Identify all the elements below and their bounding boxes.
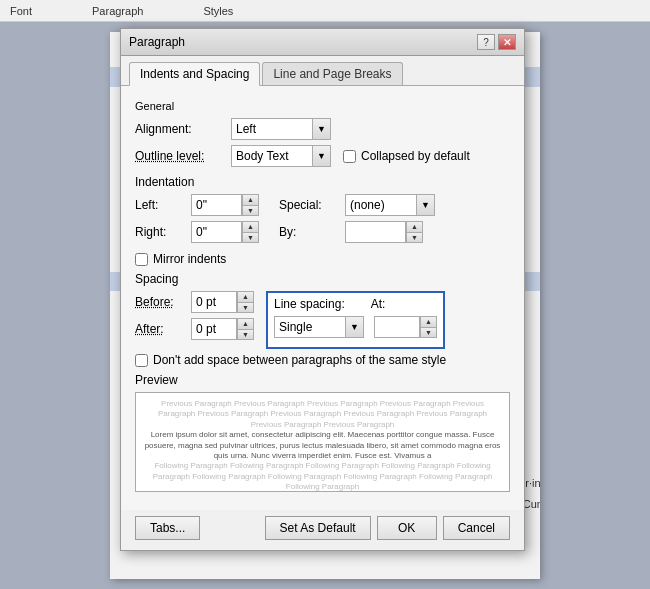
alignment-row: Alignment: ▼ xyxy=(135,118,510,140)
line-spacing-dropdown-btn[interactable]: ▼ xyxy=(345,317,363,337)
special-input[interactable] xyxy=(346,196,416,214)
set-as-default-button[interactable]: Set As Default xyxy=(265,516,371,540)
special-label: Special: xyxy=(279,198,339,212)
before-label: Before: xyxy=(135,295,185,309)
indentation-label: Indentation xyxy=(135,175,510,189)
right-input[interactable] xyxy=(191,221,241,243)
at-input[interactable] xyxy=(374,316,419,338)
right-input-group: ▲ ▼ xyxy=(191,221,259,243)
at-spinner-up[interactable]: ▲ xyxy=(420,317,436,328)
right-spinner[interactable]: ▲ ▼ xyxy=(241,221,259,243)
at-label: At: xyxy=(371,297,386,311)
styles-label: Styles xyxy=(203,5,233,17)
outline-dropdown-btn[interactable]: ▼ xyxy=(312,146,330,166)
tab-line-page-breaks[interactable]: Line and Page Breaks xyxy=(262,62,402,85)
at-input-group: ▲ ▼ xyxy=(374,316,437,338)
line-spacing-input-row: ▼ ▲ ▼ xyxy=(274,316,437,338)
after-label: After: xyxy=(135,322,185,336)
left-input[interactable] xyxy=(191,194,241,216)
after-row: After: ▲ ▼ xyxy=(135,318,254,340)
preview-box: Previous Paragraph Previous Paragraph Pr… xyxy=(135,392,510,492)
general-section-label: General xyxy=(135,100,510,112)
tab-indents-spacing[interactable]: Indents and Spacing xyxy=(129,62,260,86)
special-row: Special: ▼ xyxy=(279,194,435,216)
collapsed-checkbox-row: Collapsed by default xyxy=(343,149,470,163)
mirror-label: Mirror indents xyxy=(153,252,226,266)
ok-button[interactable]: OK xyxy=(377,516,437,540)
right-spinner-up[interactable]: ▲ xyxy=(242,222,258,233)
after-input[interactable] xyxy=(191,318,236,340)
by-input[interactable] xyxy=(345,221,405,243)
outline-input[interactable] xyxy=(232,147,312,165)
indentation-left-right: Left: ▲ ▼ Right: ▲ xyxy=(135,194,259,248)
spacing-outer: Before: ▲ ▼ After: ▲ xyxy=(135,291,510,349)
spacing-section-label: Spacing xyxy=(135,272,510,286)
at-spinner-down[interactable]: ▼ xyxy=(420,328,436,338)
collapsed-checkbox[interactable] xyxy=(343,150,356,163)
outline-label: Outline level: xyxy=(135,149,225,163)
by-spinner[interactable]: ▲ ▼ xyxy=(405,221,423,243)
right-spinner-down[interactable]: ▼ xyxy=(242,233,258,243)
before-spinner-down[interactable]: ▼ xyxy=(237,303,253,313)
left-label: Left: xyxy=(135,198,185,212)
right-label: Right: xyxy=(135,225,185,239)
before-input[interactable] xyxy=(191,291,236,313)
paragraph-dialog: Paragraph ? ✕ Indents and Spacing Line a… xyxy=(120,28,525,551)
after-input-group: ▲ ▼ xyxy=(191,318,254,340)
before-input-group: ▲ ▼ xyxy=(191,291,254,313)
line-spacing-label: Line spacing: xyxy=(274,297,345,311)
dialog-title: Paragraph xyxy=(129,35,185,49)
spacing-before-after: Before: ▲ ▼ After: ▲ xyxy=(135,291,254,345)
dialog-titlebar: Paragraph ? ✕ xyxy=(121,29,524,56)
line-spacing-combo[interactable]: ▼ xyxy=(274,316,364,338)
after-spinner-up[interactable]: ▲ xyxy=(237,319,253,330)
line-spacing-input[interactable] xyxy=(275,318,345,336)
paragraph-label: Paragraph xyxy=(92,5,143,17)
titlebar-buttons: ? ✕ xyxy=(477,34,516,50)
at-spinner[interactable]: ▲ ▼ xyxy=(419,316,437,338)
alignment-dropdown-btn[interactable]: ▼ xyxy=(312,119,330,139)
line-spacing-label-row: Line spacing: At: xyxy=(274,297,437,311)
by-label: By: xyxy=(279,225,339,239)
after-spinner-down[interactable]: ▼ xyxy=(237,330,253,340)
dialog-close-button[interactable]: ✕ xyxy=(498,34,516,50)
by-spinner-down[interactable]: ▼ xyxy=(406,233,422,243)
collapsed-label: Collapsed by default xyxy=(361,149,470,163)
by-row: By: ▲ ▼ xyxy=(279,221,435,243)
after-spinner[interactable]: ▲ ▼ xyxy=(236,318,254,340)
dont-add-space-row: Don't add space between paragraphs of th… xyxy=(135,353,510,367)
mirror-checkbox[interactable] xyxy=(135,253,148,266)
preview-label: Preview xyxy=(135,373,510,387)
before-spinner-up[interactable]: ▲ xyxy=(237,292,253,303)
right-row: Right: ▲ ▼ xyxy=(135,221,259,243)
outline-combo[interactable]: ▼ xyxy=(231,145,331,167)
alignment-label: Alignment: xyxy=(135,122,225,136)
left-spinner-down[interactable]: ▼ xyxy=(242,206,258,216)
left-input-group: ▲ ▼ xyxy=(191,194,259,216)
alignment-combo[interactable]: ▼ xyxy=(231,118,331,140)
dialog-help-button[interactable]: ? xyxy=(477,34,495,50)
preview-gray-1: Previous Paragraph Previous Paragraph Pr… xyxy=(142,399,503,430)
dont-add-space-label: Don't add space between paragraphs of th… xyxy=(153,353,446,367)
tabs-button[interactable]: Tabs... xyxy=(135,516,200,540)
by-spinner-up[interactable]: ▲ xyxy=(406,222,422,233)
cancel-button[interactable]: Cancel xyxy=(443,516,510,540)
indentation-section: Left: ▲ ▼ Right: ▲ xyxy=(135,194,510,248)
special-dropdown-btn[interactable]: ▼ xyxy=(416,195,434,215)
outline-row: Outline level: ▼ Collapsed by default xyxy=(135,145,510,167)
left-row: Left: ▲ ▼ xyxy=(135,194,259,216)
by-input-group: ▲ ▼ xyxy=(345,221,423,243)
line-spacing-section: Line spacing: At: ▼ ▲ ▼ xyxy=(266,291,445,349)
ribbon-bar: Font Paragraph Styles xyxy=(0,0,650,22)
special-combo[interactable]: ▼ xyxy=(345,194,435,216)
left-spinner-up[interactable]: ▲ xyxy=(242,195,258,206)
left-spinner[interactable]: ▲ ▼ xyxy=(241,194,259,216)
before-spinner[interactable]: ▲ ▼ xyxy=(236,291,254,313)
dialog-footer: Tabs... Set As Default OK Cancel xyxy=(121,510,524,550)
dont-add-space-checkbox[interactable] xyxy=(135,354,148,367)
footer-left: Tabs... xyxy=(135,516,259,540)
dialog-tabs: Indents and Spacing Line and Page Breaks xyxy=(121,56,524,86)
mirror-row: Mirror indents xyxy=(135,252,510,266)
font-label: Font xyxy=(10,5,32,17)
alignment-input[interactable] xyxy=(232,120,312,138)
